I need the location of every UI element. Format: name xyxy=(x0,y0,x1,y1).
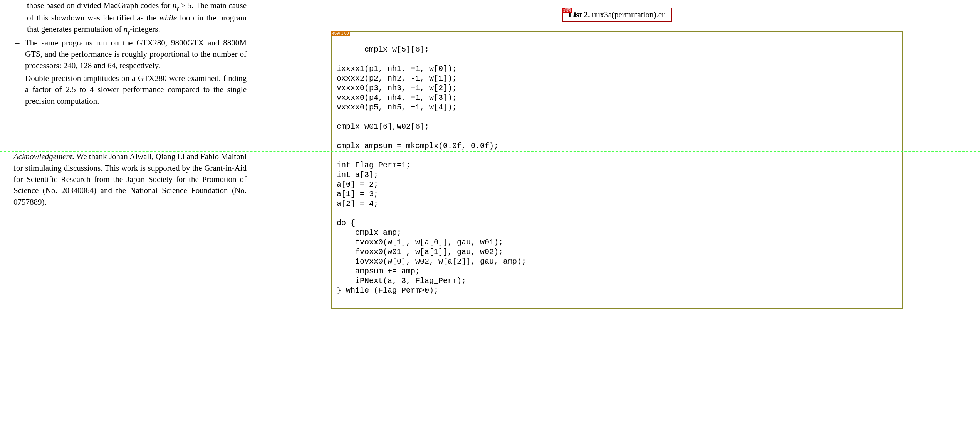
annotation-dashed-line xyxy=(0,151,980,152)
code-tag: 代码 1.00 xyxy=(331,31,350,36)
bullet-3: – Double precision amplitudes on a GTX28… xyxy=(13,73,247,107)
bullet-3-text: Double precision amplitudes on a GTX280 … xyxy=(25,73,247,107)
bullet-1-text-d: -integers. xyxy=(130,24,160,34)
code-content: cmplx w[5][6]; ixxxx1(p1, nh1, +1, w[0])… xyxy=(337,45,526,295)
listing-tag: 标题 xyxy=(562,8,572,13)
acknowledgement-label: Acknowledgement. xyxy=(13,152,74,161)
math-n-1: n xyxy=(173,1,177,10)
bullet-1-text-a: those based on divided MadGraph codes fo… xyxy=(27,1,173,10)
code-top-rule xyxy=(331,30,903,30)
bullet-2-text: The same programs run on the GTX280, 980… xyxy=(25,37,247,71)
code-block: 代码 1.00cmplx w[5][6]; ixxxx1(p1, nh1, +1… xyxy=(331,31,903,309)
right-column: 标题 List 2. uux3a(permutation).cu 代码 1.00… xyxy=(254,0,980,434)
code-bottom-rule xyxy=(331,310,903,310)
bullet-marker-2: – xyxy=(13,37,25,71)
acknowledgement-section: Acknowledgement. We thank Johan Alwall, … xyxy=(13,151,247,208)
listing-filename: uux3a(permutation).cu xyxy=(590,10,666,19)
left-column: those based on divided MadGraph codes fo… xyxy=(0,0,254,434)
bullet-1-continuation: those based on divided MadGraph codes fo… xyxy=(13,0,247,36)
listing-header-box: 标题 List 2. uux3a(permutation).cu xyxy=(562,8,672,22)
page-container: those based on divided MadGraph codes fo… xyxy=(0,0,980,434)
listing-header: 标题 List 2. uux3a(permutation).cu xyxy=(562,8,672,22)
bullet-2: – The same programs run on the GTX280, 9… xyxy=(13,37,247,71)
math-n-2: n xyxy=(124,24,128,34)
while-keyword: while xyxy=(159,13,177,22)
bullet-marker-3: – xyxy=(13,73,25,107)
